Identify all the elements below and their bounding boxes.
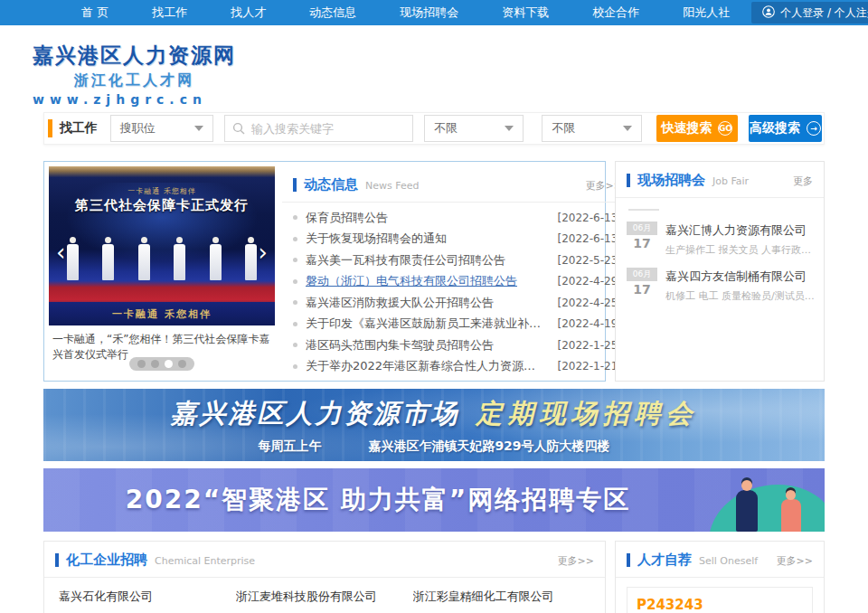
wave-shape	[709, 485, 825, 532]
news-header: 动态信息 News Feed 更多>>	[282, 166, 633, 203]
nav-sunshine-hr[interactable]: 阳光人社	[661, 0, 751, 25]
search-category-select[interactable]: 搜职位	[110, 115, 213, 142]
slide-figures	[67, 237, 257, 280]
filter-2-value: 不限	[552, 120, 575, 137]
carousel-slide[interactable]: 一卡融通 禾您相伴 第三代社会保障卡正式发行 一卡融通 禾您相伴 ‹ ›	[49, 166, 275, 325]
news-item[interactable]: 嘉兴港区消防救援大队公开招聘公告 [2022-4-25]	[293, 292, 622, 314]
header-band: 嘉兴港区人力资源网 浙江化工人才网 www.zjhgrc.cn	[0, 25, 868, 108]
online-recruitment-banner[interactable]: 2022“智聚港区 助力共富”网络招聘专区	[43, 468, 825, 532]
nav-find-job[interactable]: 找工作	[130, 0, 209, 25]
job-fair-title: 现场招聘会	[637, 172, 705, 189]
nav-downloads[interactable]: 资料下载	[480, 0, 571, 25]
personal-login-label: 个人登录 / 个人注册	[780, 5, 868, 21]
search-input[interactable]	[251, 122, 405, 136]
site-title: 嘉兴港区人力资源网	[33, 42, 236, 70]
person-icon	[762, 5, 780, 21]
news-item[interactable]: 关于印发《嘉兴港区鼓励新员工来港就业补助操作... [2022-4-19]	[293, 314, 622, 335]
job-fair-item[interactable]: 06月 17 嘉兴汇博人力资源有限公司 生产操作工 报关文员 人事行政助理...	[616, 214, 824, 260]
talent-card[interactable]: P243243 男 ｜ 嘉兴市->嘉兴港区 ｜ 八年以上	[627, 587, 813, 613]
chemical-subtitle: Chemical Enterprise	[155, 555, 255, 567]
bullet-icon	[293, 364, 297, 369]
nav-home[interactable]: 首 页	[60, 0, 130, 25]
chemical-company[interactable]: 嘉兴石化有限公司 工艺员 设备管理 警卫（残疾工）	[59, 589, 236, 613]
section-accent-bar	[627, 553, 630, 567]
chevron-down-icon	[623, 126, 632, 131]
news-item[interactable]: 关于恢复现场招聘会的通知 [2022-6-13]	[293, 229, 622, 250]
carousel: 一卡融通 禾您相伴 第三代社会保障卡正式发行 一卡融通 禾您相伴 ‹ › 一卡融…	[49, 166, 275, 376]
news-feed-section: 动态信息 News Feed 更多>> 保育员招聘公告 [2022-6-13] …	[282, 166, 633, 376]
chemical-company-list: 嘉兴石化有限公司 工艺员 设备管理 警卫（残疾工） 浙江麦堆科技股份有限公司 销…	[44, 578, 605, 613]
slide-title: 第三代社会保障卡正式发行	[49, 197, 275, 214]
banner2-illustration	[689, 468, 825, 532]
carousel-dot[interactable]	[178, 360, 186, 368]
bullet-icon	[293, 343, 297, 347]
person-figure	[210, 237, 222, 280]
site-subtitle: 浙江化工人才网	[74, 71, 236, 90]
chemical-title: 化工企业招聘	[66, 552, 147, 569]
carousel-next-arrow[interactable]: ›	[259, 240, 268, 264]
job-fair-panel: 现场招聘会 Job Fair 更多 06月 17 嘉兴汇博人力资源有限公司 生产…	[615, 161, 825, 382]
talent-more-link[interactable]: 更多>>	[777, 554, 813, 568]
nav-news[interactable]: 动态信息	[288, 0, 378, 25]
bullet-icon	[293, 215, 297, 220]
chevron-down-icon	[505, 126, 514, 131]
carousel-caption-area: 一卡融通，“禾”您相伴！第三代社会保障卡嘉兴首发仪式举行	[49, 325, 275, 376]
advanced-search-label: 高级搜索	[750, 120, 800, 137]
carousel-dot[interactable]	[151, 360, 159, 368]
fair-job-list: 机修工 电工 质量检验员/测试员 叉车...	[665, 289, 815, 303]
news-item-hovered[interactable]: 磐动（浙江）电气科技有限公司招聘公告 [2022-4-29]	[293, 271, 622, 293]
date-badge: 06月 17	[627, 268, 657, 303]
news-item[interactable]: 嘉兴美一瓦科技有限责任公司招聘公告 [2022-5-23]	[293, 250, 622, 271]
section-accent-bar	[627, 174, 630, 187]
carousel-dot-active[interactable]	[165, 360, 173, 368]
talent-panel: 人才自荐 Sell Oneself 更多>> P243243 男 ｜ 嘉兴市->…	[615, 541, 825, 613]
nav-school-cooperation[interactable]: 校企合作	[571, 0, 661, 25]
job-fair-item[interactable]: 06月 17 嘉兴四方友信制桶有限公司 机修工 电工 质量检验员/测试员 叉车.…	[616, 260, 824, 306]
nav-items: 首 页 找工作 找人才 动态信息 现场招聘会 资料下载 校企合作 阳光人社	[60, 0, 751, 25]
nav-find-talent[interactable]: 找人才	[209, 0, 288, 25]
personal-login-button[interactable]: 个人登录 / 个人注册	[751, 2, 868, 24]
nav-job-fair[interactable]: 现场招聘会	[378, 0, 480, 25]
site-logo[interactable]: 嘉兴港区人力资源网 浙江化工人才网 www.zjhgrc.cn	[33, 42, 236, 107]
search-icon	[232, 122, 245, 135]
person-figure	[245, 237, 257, 280]
go-icon: GO	[718, 121, 732, 136]
quick-search-label: 快速搜索	[661, 120, 712, 137]
filter-1-value: 不限	[434, 120, 458, 137]
person-illustration	[736, 490, 758, 532]
news-carousel-panel: 一卡融通 禾您相伴 第三代社会保障卡正式发行 一卡融通 禾您相伴 ‹ › 一卡融…	[43, 161, 606, 382]
banner1-schedule: 每周五上午	[258, 439, 321, 455]
talent-header: 人才自荐 Sell Oneself 更多>>	[616, 542, 824, 578]
news-subtitle: News Feed	[365, 180, 419, 192]
news-item[interactable]: 港区码头范围内集卡驾驶员招聘公告 [2022-1-25]	[293, 335, 622, 356]
person-figure	[102, 237, 114, 280]
job-fair-banner[interactable]: 嘉兴港区人力资源市场 定期现场招聘会 每周五上午 嘉兴港区乍浦镇天妃路929号人…	[43, 389, 825, 461]
bullet-icon	[293, 279, 297, 284]
chemical-company[interactable]: 浙江彩皇精细化工有限公司 普工（制造科） 营业担当	[413, 589, 590, 613]
chemical-more-link[interactable]: 更多>>	[558, 554, 594, 568]
news-item[interactable]: 保育员招聘公告 [2022-6-13]	[293, 207, 622, 229]
search-category-value: 搜职位	[120, 120, 156, 137]
chemical-enterprise-panel: 化工企业招聘 Chemical Enterprise 更多>> 嘉兴石化有限公司…	[43, 541, 606, 613]
top-navbar: 首 页 找工作 找人才 动态信息 现场招聘会 资料下载 校企合作 阳光人社 个人…	[0, 0, 868, 25]
chemical-company[interactable]: 浙江麦堆科技股份有限公司 销售专员 会计 土建主管	[236, 589, 413, 613]
news-list: 保育员招聘公告 [2022-6-13] 关于恢复现场招聘会的通知 [2022-6…	[282, 203, 633, 377]
fair-company-name: 嘉兴四方友信制桶有限公司	[665, 269, 815, 285]
slide-top-text: 一卡融通 禾您相伴	[49, 186, 275, 196]
talent-title: 人才自荐	[637, 552, 692, 569]
advanced-search-button[interactable]: 高级搜索 →	[749, 115, 822, 142]
chevron-down-icon	[194, 126, 203, 131]
carousel-prev-arrow[interactable]: ‹	[56, 240, 65, 264]
bottom-row: 化工企业招聘 Chemical Enterprise 更多>> 嘉兴石化有限公司…	[43, 541, 825, 613]
section-accent-bar	[293, 178, 297, 192]
filter-select-1[interactable]: 不限	[424, 115, 524, 142]
news-item[interactable]: 关于举办2022年港区新春综合性人力资源暨春风... [2022-1-21]	[293, 356, 622, 378]
section-accent-bar	[55, 553, 59, 567]
quick-search-button[interactable]: 快速搜索 GO	[656, 115, 738, 142]
carousel-dot[interactable]	[137, 360, 146, 368]
person-figure	[67, 237, 79, 280]
news-title: 动态信息	[304, 176, 358, 193]
job-fair-more-link[interactable]: 更多	[793, 174, 813, 188]
filter-select-2[interactable]: 不限	[542, 115, 641, 142]
banner2-title: 2022“智聚港区 助力共富”网络招聘专区	[43, 483, 712, 517]
